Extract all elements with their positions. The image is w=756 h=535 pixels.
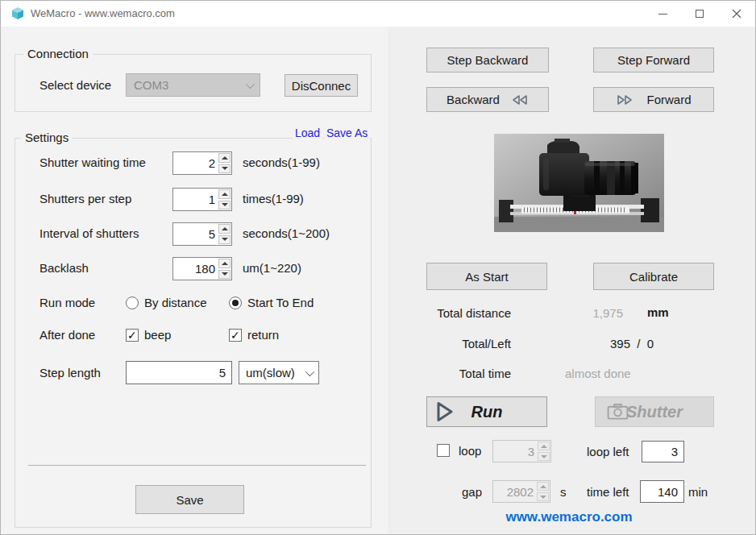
camera-icon	[607, 404, 629, 421]
loop-checkbox[interactable]	[437, 444, 450, 457]
load-link[interactable]: Load	[293, 126, 322, 139]
time-left-input[interactable]: 140	[640, 480, 684, 503]
after-done-label: After done	[39, 328, 95, 342]
shutter-waiting-unit: seconds(1-99)	[243, 156, 320, 169]
step-length-unit-value: um(slow)	[246, 366, 305, 379]
chevron-down-icon	[246, 79, 255, 88]
step-length-label: Step length	[39, 366, 101, 379]
spin-up-button[interactable]	[218, 259, 231, 268]
shutters-per-step-label: Shutters per step	[39, 192, 131, 205]
backlash-label: Backlash	[39, 261, 89, 275]
as-start-button[interactable]: As Start	[426, 263, 547, 290]
backlash-unit: um(1~220)	[243, 261, 301, 275]
device-combobox: COM3	[126, 73, 260, 97]
step-length-input[interactable]: 5	[126, 361, 232, 384]
spin-down-button[interactable]	[218, 270, 231, 280]
return-checkbox-label[interactable]: return	[247, 328, 279, 342]
time-left-label: time left	[587, 485, 629, 499]
title-bar: WeMacro - www.wemacro.com	[1, 1, 755, 27]
radio-by-distance-label[interactable]: By distance	[144, 296, 207, 309]
step-length-unit-select[interactable]: um(slow)	[239, 361, 319, 384]
radio-by-distance[interactable]	[126, 297, 139, 309]
radio-start-to-end[interactable]	[229, 297, 242, 309]
backward-button-label: Backward	[447, 93, 500, 106]
minimize-button[interactable]	[644, 1, 681, 27]
total-distance-label: Total distance	[404, 306, 511, 320]
total-left-value: 395 / 0	[610, 337, 654, 350]
backlash-value: 180	[173, 262, 218, 276]
settings-group-label: Settings	[21, 131, 73, 145]
step-forward-button[interactable]: Step Forward	[593, 48, 714, 73]
save-as-link[interactable]: Save As	[324, 126, 370, 139]
total-distance-unit: mm	[647, 305, 669, 319]
loop-count-value: 3	[493, 445, 537, 458]
loop-left-label: loop left	[587, 445, 629, 458]
return-checkbox[interactable]	[229, 329, 242, 342]
spin-up-button[interactable]	[218, 153, 231, 163]
rewind-icon	[511, 94, 529, 106]
shutter-waiting-value: 2	[173, 156, 218, 170]
interval-value: 5	[173, 227, 218, 241]
maximize-button[interactable]	[681, 1, 718, 27]
total-distance-value: 1,975	[565, 306, 623, 320]
beep-checkbox-label[interactable]: beep	[144, 328, 171, 342]
calibrate-button[interactable]: Calibrate	[593, 263, 714, 290]
step-backward-button[interactable]: Step Backward	[426, 48, 549, 73]
beep-checkbox[interactable]	[126, 329, 139, 342]
spin-up-button[interactable]	[218, 189, 231, 199]
shutters-per-step-spinner[interactable]: 1	[172, 188, 232, 211]
disconnect-button[interactable]: DisConnec	[285, 74, 358, 97]
play-icon	[436, 401, 454, 423]
camera-rail-photo	[494, 134, 664, 232]
interval-label: Interval of shutters	[39, 226, 139, 240]
shutters-per-step-value: 1	[173, 193, 218, 206]
interval-spinner[interactable]: 5	[172, 222, 232, 246]
select-device-label: Select device	[39, 78, 111, 92]
close-icon	[732, 9, 741, 19]
chevron-down-icon	[305, 367, 314, 375]
minimize-icon	[658, 14, 667, 15]
spin-down-button[interactable]	[218, 201, 231, 210]
spin-up-button	[537, 482, 549, 491]
backward-button[interactable]: Backward	[426, 87, 549, 112]
spin-down-button	[537, 492, 549, 501]
maximize-icon	[696, 10, 704, 18]
connection-group-label: Connection	[23, 47, 93, 61]
loop-left-input[interactable]: 3	[642, 441, 684, 462]
run-button[interactable]: Run	[426, 396, 547, 427]
spin-down-button[interactable]	[218, 164, 231, 174]
spin-down-button	[538, 452, 550, 461]
gap-unit-label: s	[560, 485, 567, 499]
interval-unit: seconds(1~200)	[243, 226, 330, 240]
run-button-label: Run	[471, 403, 503, 421]
spin-up-button[interactable]	[218, 224, 231, 234]
spin-down-button[interactable]	[218, 235, 231, 245]
shutter-button: Shutter	[595, 396, 714, 427]
save-button[interactable]: Save	[135, 485, 244, 514]
device-combobox-value: COM3	[134, 78, 246, 92]
time-left-unit-label: min	[688, 485, 708, 499]
shutters-per-step-unit: times(1-99)	[243, 192, 304, 205]
shutter-button-label: Shutter	[626, 403, 683, 421]
shutter-waiting-spinner[interactable]: 2	[172, 151, 232, 175]
forward-button[interactable]: Forward	[593, 87, 714, 112]
divider	[28, 465, 366, 466]
gap-spinner: 2802	[492, 480, 550, 503]
run-mode-label: Run mode	[39, 296, 95, 309]
window-title: WeMacro - www.wemacro.com	[31, 1, 175, 27]
app-cube-icon	[10, 6, 25, 21]
close-button[interactable]	[718, 1, 755, 27]
gap-value: 2802	[493, 485, 536, 499]
total-time-label: Total time	[404, 367, 511, 380]
gap-label: gap	[462, 485, 482, 499]
loop-count-spinner: 3	[492, 440, 551, 462]
shutter-waiting-label: Shutter waiting time	[39, 156, 146, 169]
wemacro-link[interactable]: www.wemacro.com	[480, 509, 658, 525]
backlash-spinner[interactable]: 180	[172, 257, 232, 280]
fast-forward-icon	[616, 94, 633, 106]
total-left-label: Total/Left	[404, 337, 511, 350]
spin-up-button	[538, 442, 550, 450]
loop-checkbox-label[interactable]: loop	[459, 444, 481, 458]
radio-start-to-end-label[interactable]: Start To End	[247, 296, 314, 309]
forward-button-label: Forward	[646, 93, 691, 106]
